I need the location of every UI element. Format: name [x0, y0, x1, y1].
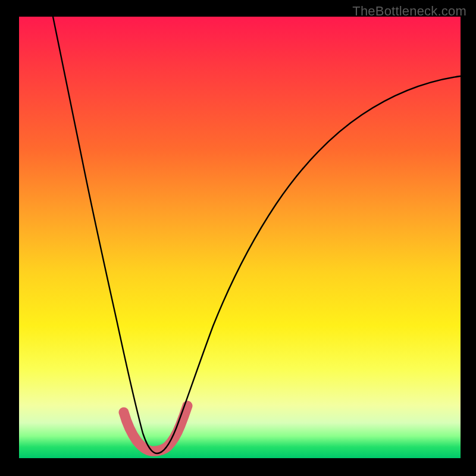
chart-frame: TheBottleneck.com: [0, 0, 476, 476]
plot-area: [19, 17, 461, 458]
highlight-band-path: [124, 406, 187, 451]
curve-layer: [19, 17, 461, 458]
bottleneck-curve-path: [53, 17, 461, 453]
